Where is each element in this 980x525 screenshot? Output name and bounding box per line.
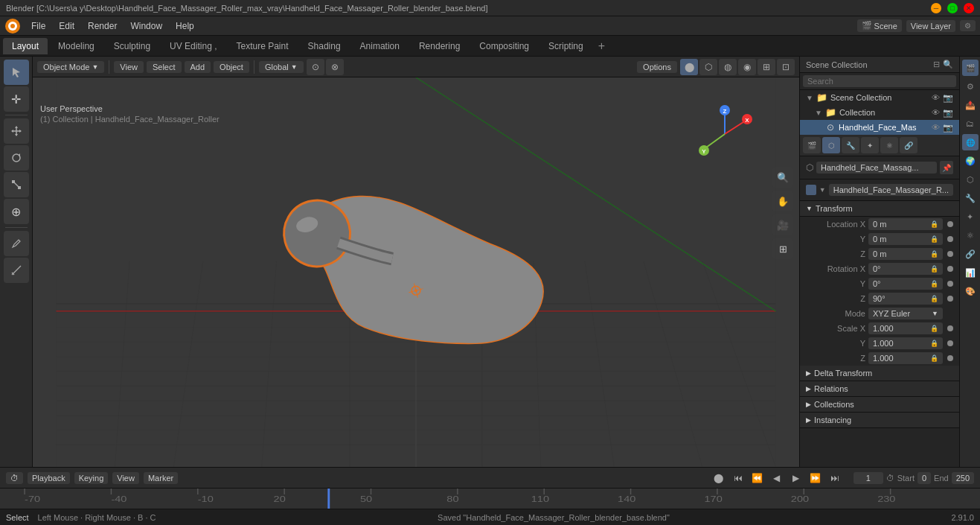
render-engine-selector[interactable]: ⚙	[960, 20, 976, 31]
physics-props-tab[interactable]: ⚛	[880, 137, 898, 153]
collections-header[interactable]: ▶ Collections	[800, 397, 959, 413]
gizmo[interactable]: Z X Y	[695, 104, 755, 164]
viewport-canvas[interactable]: User Perspective (1) Collection | Handhe…	[33, 77, 799, 467]
menu-edit[interactable]: Edit	[53, 19, 80, 33]
add-workspace-button[interactable]: +	[594, 38, 609, 54]
outliner-search-input[interactable]	[803, 75, 956, 87]
location-x-value[interactable]: 0 m 🔒	[868, 218, 943, 230]
timeline-type-selector[interactable]: ⏱	[6, 472, 23, 484]
outliner-filter-icon[interactable]: ⊟	[933, 60, 940, 69]
ri-object-btn[interactable]: ⬡	[962, 171, 979, 188]
jump-to-start-button[interactable]: ⏮	[730, 470, 746, 486]
xray-toggle[interactable]: ⊡	[777, 59, 795, 75]
ri-data-btn[interactable]: 📊	[962, 264, 979, 281]
options-button[interactable]: Options	[637, 61, 677, 73]
ri-material-btn[interactable]: 🎨	[962, 283, 979, 299]
data-name-value[interactable]: Handheld_Face_Massager_R...	[829, 184, 953, 196]
rotation-y-value[interactable]: 0° 🔒	[868, 278, 943, 290]
rotation-x-value[interactable]: 0° 🔒	[868, 263, 943, 275]
view-menu-timeline[interactable]: View	[112, 472, 139, 484]
outliner-item-collection[interactable]: ▼ 📁 Collection 👁 📷	[800, 105, 959, 120]
snap-icon[interactable]: ⊙	[307, 59, 324, 75]
viewport[interactable]: Object Mode ▼ View Select Add Object Glo…	[33, 57, 799, 467]
instancing-header[interactable]: ▶ Instancing	[800, 413, 959, 428]
keying-menu[interactable]: Keying	[74, 472, 109, 484]
maximize-button[interactable]: □	[947, 3, 958, 13]
tab-modeling[interactable]: Modeling	[49, 38, 103, 54]
camera-view-button[interactable]: 🎥	[772, 214, 793, 235]
ri-scene-props-btn[interactable]: 🌐	[962, 134, 979, 150]
ri-rendersettings-btn[interactable]: ⚙	[962, 78, 979, 95]
tab-compositing[interactable]: Compositing	[470, 38, 538, 54]
ri-view-layer-btn[interactable]: 🗂	[962, 115, 979, 132]
tool-cursor[interactable]: ✛	[4, 86, 29, 112]
timeline-ruler[interactable]: -70 -40 -10 20 50 80 110 140 170 200 230	[0, 489, 980, 509]
viewport-shading-rendered[interactable]: ◉	[738, 59, 756, 75]
particles-props-tab[interactable]: ✦	[861, 137, 879, 153]
tool-annotate[interactable]	[4, 231, 29, 256]
ri-modifier-btn[interactable]: 🔧	[962, 190, 979, 206]
play-reverse-button[interactable]: ◀	[769, 470, 785, 486]
tab-uv-editing[interactable]: UV Editing ,	[161, 38, 225, 54]
delta-transform-header[interactable]: ▶ Delta Transform	[800, 366, 959, 381]
menu-file[interactable]: File	[25, 19, 51, 33]
ri-output-btn[interactable]: 📤	[962, 97, 979, 113]
outliner-item-scene-collection[interactable]: ▼ 📁 Scene Collection 👁 📷	[800, 90, 959, 105]
view-layer-selector[interactable]: View Layer	[906, 20, 955, 32]
eye-icon-object[interactable]: 👁	[932, 123, 940, 132]
select-menu[interactable]: Select	[147, 61, 182, 73]
menu-render[interactable]: Render	[82, 19, 123, 33]
zoom-to-fit-button[interactable]: 🔍	[772, 167, 793, 188]
ri-physics-btn[interactable]: ⚛	[962, 227, 979, 244]
tool-transform[interactable]: ⊕	[4, 199, 29, 224]
jump-to-end-button[interactable]: ⏭	[827, 470, 843, 486]
mode-selector[interactable]: Object Mode ▼	[37, 61, 104, 73]
tab-layout[interactable]: Layout	[3, 38, 48, 54]
viewport-shading-material[interactable]: ◍	[719, 59, 737, 75]
proportional-edit-icon[interactable]: ⊗	[326, 59, 344, 75]
object-props-tab[interactable]: ⬡	[822, 137, 840, 153]
tool-scale[interactable]	[4, 172, 29, 197]
tab-sculpting[interactable]: Sculpting	[105, 38, 159, 54]
scale-y-value[interactable]: 1.000 🔒	[868, 337, 943, 349]
ri-world-btn[interactable]: 🌍	[962, 153, 979, 169]
relations-header[interactable]: ▶ Relations	[800, 381, 959, 397]
eye-icon-scene[interactable]: 👁	[932, 93, 940, 102]
tool-rotate[interactable]	[4, 145, 29, 171]
modifier-props-tab[interactable]: 🔧	[842, 137, 859, 153]
step-back-button[interactable]: ⏪	[749, 470, 766, 486]
scale-z-value[interactable]: 1.000 🔒	[868, 352, 943, 364]
start-frame-field[interactable]: 0	[917, 472, 931, 484]
transform-section-header[interactable]: ▼ Transform	[800, 201, 959, 217]
current-frame-field[interactable]: 1	[854, 472, 883, 484]
viewport-shading-solid[interactable]: ⬤	[680, 59, 698, 75]
ri-scene-btn[interactable]: 🎬	[962, 60, 979, 76]
rotation-z-value[interactable]: 90° 🔒	[868, 293, 943, 305]
minimize-button[interactable]: ─	[931, 3, 941, 13]
eye-icon-collection[interactable]: 👁	[932, 108, 940, 117]
tab-texture-paint[interactable]: Texture Paint	[227, 38, 297, 54]
play-button[interactable]: ▶	[788, 470, 804, 486]
transform-selector[interactable]: Global ▼	[259, 61, 304, 73]
tool-select[interactable]	[4, 60, 29, 85]
end-frame-field[interactable]: 250	[952, 472, 974, 484]
overlay-toggle[interactable]: ⊞	[758, 59, 775, 75]
tab-scripting[interactable]: Scripting	[539, 38, 592, 54]
render-props-tab[interactable]: 🎬	[803, 137, 821, 153]
ri-particles-btn[interactable]: ✦	[962, 209, 979, 225]
marker-menu[interactable]: Marker	[144, 472, 178, 484]
view-menu[interactable]: View	[114, 61, 144, 73]
object-name-value[interactable]: Handheld_Face_Massag...	[816, 162, 937, 174]
close-button[interactable]: ✕	[964, 3, 974, 13]
fps-indicator[interactable]: ⏱	[886, 474, 894, 483]
location-y-value[interactable]: 0 m 🔒	[868, 233, 943, 245]
menu-help[interactable]: Help	[170, 19, 200, 33]
menu-window[interactable]: Window	[124, 19, 168, 33]
tool-move[interactable]	[4, 118, 29, 144]
ri-constraint-btn[interactable]: 🔗	[962, 246, 979, 262]
outliner-search-icon[interactable]: 🔍	[943, 60, 953, 69]
pin-object-button[interactable]: 📌	[940, 161, 953, 174]
constraint-props-tab[interactable]: 🔗	[900, 137, 917, 153]
tab-animation[interactable]: Animation	[351, 38, 409, 54]
object-menu[interactable]: Object	[214, 61, 249, 73]
